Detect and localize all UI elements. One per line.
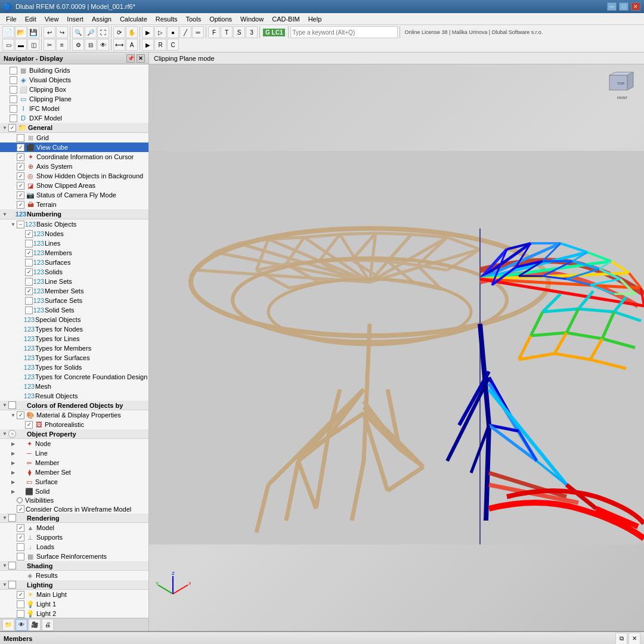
- cb-obj-prop[interactable]: ○: [8, 430, 16, 438]
- tree-item-terrain[interactable]: 🏔 Terrain: [0, 200, 148, 209]
- tb-open[interactable]: 📂: [15, 26, 27, 38]
- tree-item-solids-num[interactable]: 123 Solids: [0, 267, 148, 277]
- cb-nodes[interactable]: [25, 230, 33, 238]
- nav-tab-print[interactable]: 🖨: [42, 619, 54, 631]
- tb-wireframe[interactable]: ▭: [2, 39, 14, 51]
- cb-building-grids[interactable]: [10, 67, 17, 75]
- tree-item-solid-prop[interactable]: ▶ ⬛ Solid: [0, 487, 148, 496]
- tree-item-surfacesets-num[interactable]: 123 Surface Sets: [0, 296, 148, 305]
- tb-zoom-out[interactable]: 🔎: [85, 26, 97, 38]
- tb-section[interactable]: ≡: [56, 39, 68, 51]
- panel-close-button[interactable]: ✕: [628, 633, 640, 645]
- menu-assign[interactable]: Assign: [88, 14, 115, 24]
- tb-top-view[interactable]: T: [221, 26, 233, 38]
- tb-calculate2[interactable]: ▶: [142, 39, 154, 51]
- tb-undo[interactable]: ↩: [44, 26, 55, 38]
- tree-item-types-lines[interactable]: 123 Types for Lines: [0, 334, 148, 343]
- tree-item-lines[interactable]: 123 Lines: [0, 239, 148, 248]
- tree-item-solidsets-num[interactable]: 123 Solid Sets: [0, 305, 148, 315]
- cb-surface-reinf[interactable]: [17, 553, 24, 561]
- tree-item-main-light[interactable]: ☀ Main Light: [0, 590, 148, 599]
- cb-clipping-box[interactable]: [10, 86, 17, 94]
- menu-insert[interactable]: Insert: [63, 14, 87, 24]
- tree-item-ifc[interactable]: I IFC Model: [0, 104, 148, 113]
- tree-item-types-surfaces[interactable]: 123 Types for Surfaces: [0, 353, 148, 363]
- tree-section-lighting[interactable]: ▼ Lighting: [0, 580, 148, 590]
- tb-select[interactable]: ▶: [142, 26, 154, 38]
- cb-axis[interactable]: [17, 163, 24, 171]
- cb-membersets-num[interactable]: [25, 287, 33, 295]
- close-button[interactable]: ✕: [631, 2, 640, 11]
- tree-item-photorealistic[interactable]: 🖼 Photorealistic: [0, 420, 148, 429]
- tb-front-view[interactable]: F: [208, 26, 220, 38]
- cb-shading[interactable]: [8, 562, 16, 569]
- tree-item-types-solids[interactable]: 123 Types for Solids: [0, 363, 148, 372]
- tb-member[interactable]: ═: [192, 26, 204, 38]
- cb-loads[interactable]: [17, 543, 24, 551]
- tb-zoom-in[interactable]: 🔍: [72, 26, 84, 38]
- tree-item-surface-reinf[interactable]: ▦ Surface Reinforcements: [0, 552, 148, 561]
- menu-tools[interactable]: Tools: [182, 14, 205, 24]
- tb-combinations[interactable]: C: [167, 39, 179, 51]
- tb-deselect[interactable]: ▷: [154, 26, 166, 38]
- menu-view[interactable]: View: [41, 14, 63, 24]
- tree-item-loads[interactable]: ↓ Loads: [0, 542, 148, 552]
- tree-item-camera-fly[interactable]: 📷 Status of Camera Fly Mode: [0, 190, 148, 200]
- cb-coord[interactable]: [17, 153, 24, 161]
- tree-item-members-num[interactable]: 123 Members: [0, 248, 148, 258]
- cb-visual-objects[interactable]: [10, 76, 17, 84]
- menu-file[interactable]: File: [2, 14, 20, 24]
- tb-side-view[interactable]: S: [233, 26, 245, 38]
- menu-help[interactable]: Help: [305, 14, 326, 24]
- tree-item-clipped-areas[interactable]: ◪ Show Clipped Areas: [0, 181, 148, 190]
- cb-light2[interactable]: [17, 610, 24, 618]
- tree-item-types-members[interactable]: 123 Types for Members: [0, 343, 148, 353]
- tb-dim[interactable]: ⟷: [113, 39, 125, 51]
- cb-clipping-plane[interactable]: [10, 95, 17, 103]
- tb-new[interactable]: 📄: [2, 26, 14, 38]
- search-input[interactable]: [290, 26, 398, 38]
- tree-item-results-shading[interactable]: ◈ Results: [0, 571, 148, 580]
- nav-tab-display[interactable]: 👁: [16, 619, 27, 631]
- cb-grid[interactable]: [17, 134, 24, 142]
- tree-item-building-grids[interactable]: ▦ Building Grids: [0, 66, 148, 75]
- tree-item-hidden-bg[interactable]: ◎ Show Hidden Objects in Background: [0, 171, 148, 181]
- tb-filter[interactable]: ⊟: [85, 39, 97, 51]
- cb-solidsets-num[interactable]: [25, 306, 33, 314]
- minimize-button[interactable]: —: [607, 2, 617, 11]
- tree-item-clipping-plane[interactable]: ▭ Clipping Plane: [0, 94, 148, 104]
- tb-transparent[interactable]: ◫: [27, 39, 39, 51]
- tb-results-toggle[interactable]: R: [154, 39, 166, 51]
- cb-general[interactable]: [8, 124, 16, 132]
- tree-item-material-display[interactable]: ▼ 🎨 Material & Display Properties: [0, 410, 148, 420]
- tree-item-types-nodes[interactable]: 123 Types for Nodes: [0, 324, 148, 334]
- menu-window[interactable]: Window: [237, 14, 267, 24]
- tree-item-memberset-prop[interactable]: ▶ ⧫ Member Set: [0, 467, 148, 477]
- cb-model-render[interactable]: [17, 524, 24, 532]
- tb-redo[interactable]: ↪: [56, 26, 68, 38]
- tb-line[interactable]: ╱: [179, 26, 191, 38]
- tree-item-grid[interactable]: ⊞ Grid: [0, 133, 148, 143]
- cb-clipped[interactable]: [17, 182, 24, 190]
- menu-results[interactable]: Results: [152, 14, 181, 24]
- tb-persp-view[interactable]: 3: [246, 26, 258, 38]
- tree-section-shading[interactable]: ▼ Shading: [0, 561, 148, 571]
- cb-colors[interactable]: [8, 401, 16, 409]
- cb-camera[interactable]: [17, 191, 24, 199]
- tb-pan[interactable]: ✋: [126, 26, 138, 38]
- nav-pin-button[interactable]: 📌: [126, 54, 135, 63]
- tree-item-model-render[interactable]: ▲ Model: [0, 523, 148, 532]
- menu-calculate[interactable]: Calculate: [116, 14, 151, 24]
- tree-item-node-prop[interactable]: ▶ ✦ Node: [0, 439, 148, 448]
- tree-item-member-prop[interactable]: ▶ ═ Member: [0, 458, 148, 467]
- tree-item-axis[interactable]: ⊕ Axis System: [0, 162, 148, 171]
- tree-item-basic-objects[interactable]: ▼ 123 Basic Objects: [0, 219, 148, 229]
- cb-main-light[interactable]: [17, 591, 24, 599]
- tree-section-numbering[interactable]: ▼ 123 Numbering: [0, 209, 148, 219]
- tb-node[interactable]: ●: [167, 26, 179, 38]
- tree-item-wireframe-colors[interactable]: Consider Colors in Wireframe Model: [0, 504, 148, 513]
- tree-item-dxf[interactable]: D DXF Model: [0, 113, 148, 123]
- tree-item-surfaces-num[interactable]: 123 Surfaces: [0, 258, 148, 267]
- cb-supports[interactable]: [17, 534, 24, 541]
- cb-photorealistic[interactable]: [25, 421, 33, 429]
